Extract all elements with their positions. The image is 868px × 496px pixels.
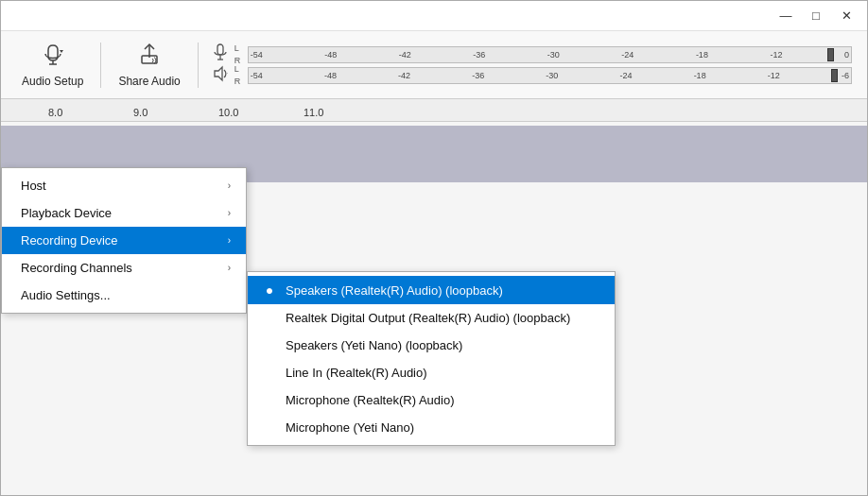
menu-item-playback-device-label: Playback Device (21, 206, 112, 220)
ruler-mark-10: 10.0 (218, 107, 304, 118)
meter-row-2: ▼ L R -54 -48 -42 -36 -30 -24 -18 (210, 66, 852, 85)
audio-setup-icon (41, 43, 65, 71)
menu-item-recording-device-chevron: › (228, 235, 231, 246)
dropdown-menu: Host › Playback Device › Recording Devic… (1, 167, 247, 314)
ruler-mark-11: 11.0 (304, 107, 389, 118)
share-audio-button[interactable]: Share Audio (105, 37, 193, 94)
ruler-marks: 8.0 9.0 10.0 11.0 (48, 107, 389, 118)
menu-item-recording-device[interactable]: Recording Device › (2, 227, 246, 254)
submenu-item-microphone-yeti-label: Microphone (Yeti Nano) (286, 420, 414, 435)
submenu-recording-device: ● Speakers (Realtek(R) Audio) (loopback)… (247, 271, 616, 446)
minimize-button[interactable]: — (773, 6, 799, 26)
svg-text:▼: ▼ (226, 71, 228, 77)
svg-marker-7 (215, 67, 222, 80)
maximize-button[interactable]: □ (803, 6, 829, 26)
menu-item-playback-device-chevron: › (228, 208, 231, 218)
menu-item-recording-channels-chevron: › (228, 263, 231, 273)
svg-marker-2 (60, 50, 63, 53)
submenu-item-microphone-realtek-label: Microphone (Realtek(R) Audio) (286, 393, 454, 407)
submenu-item-speakers-realtek-loopback-label: Speakers (Realtek(R) Audio) (loopback) (286, 283, 503, 298)
meter-scale-2: -54 -48 -42 -36 -30 -24 -18 -12 -6 (249, 71, 851, 80)
share-audio-icon (137, 43, 162, 71)
ruler-mark-9: 9.0 (133, 107, 218, 118)
submenu-item-microphone-realtek[interactable]: Microphone (Realtek(R) Audio) (248, 386, 615, 414)
meter-bar-2: -54 -48 -42 -36 -30 -24 -18 -12 -6 (248, 67, 852, 84)
title-bar-buttons: — □ ✕ (773, 6, 859, 26)
submenu-item-realtek-digital-loopback[interactable]: Realtek Digital Output (Realtek(R) Audio… (248, 304, 615, 332)
submenu-item-line-in-realtek[interactable]: Line In (Realtek(R) Audio) (248, 359, 615, 386)
audio-setup-label: Audio Setup (22, 75, 83, 88)
toolbar-sep-1 (100, 43, 101, 88)
timeline-ruler: 8.0 9.0 10.0 11.0 (1, 99, 867, 122)
speaker-icon: ▼ (210, 65, 231, 86)
submenu-item-speakers-realtek-loopback[interactable]: ● Speakers (Realtek(R) Audio) (loopback) (248, 276, 615, 304)
menu-item-audio-settings[interactable]: Audio Settings... (2, 282, 246, 309)
meter-bar-1: -54 -48 -42 -36 -30 -24 -18 -12 0 (248, 46, 852, 63)
main-content: 8.0 9.0 10.0 11.0 Host › Playback Device… (1, 99, 867, 495)
menu-item-recording-channels-label: Recording Channels (21, 261, 132, 275)
menu-item-recording-channels[interactable]: Recording Channels › (2, 254, 246, 282)
menu-item-recording-device-label: Recording Device (21, 233, 118, 248)
meter-lr-2: L R (234, 63, 244, 87)
mic-icon (210, 43, 231, 66)
share-audio-label: Share Audio (118, 75, 180, 88)
submenu-item-speakers-yeti-loopback[interactable]: Speakers (Yeti Nano) (loopback) (248, 332, 615, 359)
main-window: — □ ✕ Audio Setup (0, 0, 868, 496)
menu-item-host-chevron: › (228, 180, 231, 191)
menu-item-host-label: Host (21, 179, 46, 193)
toolbar-sep-2 (198, 43, 199, 88)
menu-item-audio-settings-label: Audio Settings... (21, 288, 111, 302)
level-meters-area: L R -54 -48 -42 -36 -30 -24 -18 -12 0 (202, 42, 859, 89)
menu-item-host[interactable]: Host › (2, 172, 246, 199)
dropdown-overlay: Host › Playback Device › Recording Devic… (1, 167, 247, 314)
toolbar: Audio Setup Share Audio (1, 31, 867, 99)
meter-row-1: L R -54 -48 -42 -36 -30 -24 -18 -12 0 (210, 45, 852, 64)
meter-knob-1 (827, 48, 834, 61)
ruler-mark-8: 8.0 (48, 107, 133, 118)
selected-bullet: ● (263, 282, 276, 298)
meter-scale-1: -54 -48 -42 -36 -30 -24 -18 -12 0 (249, 50, 851, 60)
svg-rect-4 (217, 44, 223, 55)
submenu-item-realtek-digital-loopback-label: Realtek Digital Output (Realtek(R) Audio… (286, 311, 570, 325)
submenu-item-line-in-realtek-label: Line In (Realtek(R) Audio) (286, 366, 427, 380)
audio-setup-button[interactable]: Audio Setup (9, 37, 96, 94)
title-bar: — □ ✕ (1, 1, 867, 31)
close-button[interactable]: ✕ (833, 6, 859, 26)
menu-item-playback-device[interactable]: Playback Device › (2, 199, 246, 227)
meter-knob-2 (831, 69, 838, 82)
submenu-item-speakers-yeti-loopback-label: Speakers (Yeti Nano) (loopback) (286, 338, 462, 352)
submenu-item-microphone-yeti[interactable]: Microphone (Yeti Nano) (248, 414, 615, 441)
